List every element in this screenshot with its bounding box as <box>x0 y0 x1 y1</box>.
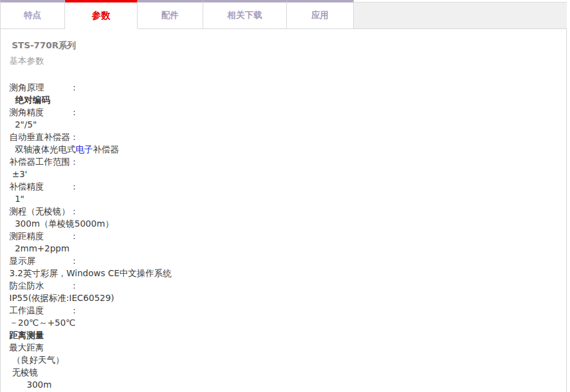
spec-line: 2mm+2ppm <box>9 242 566 255</box>
spec-text: 测角精度 ： <box>9 107 79 117</box>
spec-text: 距离测量 <box>9 330 44 340</box>
spec-text: 2"/5" <box>9 120 37 129</box>
spec-line: 绝对编码 <box>9 94 566 106</box>
spec-line: 自动垂直补偿器： <box>9 131 566 143</box>
spec-text: 测角原理 ： <box>9 82 79 92</box>
spec-line: 最大距离 <box>9 341 566 354</box>
spec-line: 双轴液体光电式电子补偿器 <box>9 143 566 155</box>
spec-line: 测角精度 ： <box>9 106 566 118</box>
spec-text: 补偿器工作范围： <box>9 157 79 167</box>
tab-label: 相关下载 <box>227 10 262 21</box>
tab-label: 应用 <box>312 10 329 21</box>
spec-text: 无棱镜 <box>9 367 38 377</box>
spec-line: 工作温度 ： <box>9 304 566 316</box>
spec-text: 3.2英寸彩屏，Windows CE中文操作系统 <box>9 268 172 278</box>
spec-line: 距离测量 <box>9 329 566 341</box>
spec-line: 无棱镜 <box>9 366 566 378</box>
spec-text: 300m <box>9 380 51 390</box>
section-subtitle: 基本参数 <box>9 54 566 67</box>
spec-line: 补偿器工作范围： <box>9 155 566 168</box>
spec-line: 测距精度 ： <box>9 230 566 242</box>
spec-text: 测距精度 ： <box>9 231 79 241</box>
spec-text: 1" <box>9 194 24 204</box>
tab-applications[interactable]: 应用 <box>287 0 354 29</box>
tab-features[interactable]: 特点 <box>0 0 65 29</box>
spec-text: 最大距离 <box>9 342 44 352</box>
spec-text: 工作温度 ： <box>9 305 79 315</box>
spec-line: 防尘防水 ： <box>9 279 566 292</box>
tab-parameters[interactable]: 参数 <box>65 0 138 29</box>
spec-line: 300m（单棱镜5000m） <box>9 217 566 230</box>
spec-text: 防尘防水 ： <box>9 281 79 290</box>
spec-list: 测角原理 ： 绝对编码测角精度 ： 2"/5"自动垂直补偿器： 双轴液体光电式电… <box>9 81 566 391</box>
spec-line: 测角原理 ： <box>9 81 566 94</box>
spec-text: －20℃～+50℃ <box>9 318 76 328</box>
spec-text: ±3' <box>9 169 27 179</box>
page-title: STS-770R系列 <box>12 39 566 51</box>
tab-label: 配件 <box>162 10 179 21</box>
spec-line: 补偿精度 ： <box>9 180 566 193</box>
content-panel: STS-770R系列 基本参数 测角原理 ： 绝对编码测角精度 ： 2"/5"自… <box>0 29 567 392</box>
spec-line: IP55(依据标准:IEC60529) <box>9 292 566 304</box>
tab-bar: 特点参数配件相关下载应用 <box>0 0 570 29</box>
spec-text: 绝对编码 <box>9 95 50 105</box>
spec-text: 测程（无棱镜）： <box>9 206 79 216</box>
spec-line: 3.2英寸彩屏，Windows CE中文操作系统 <box>9 267 566 279</box>
spec-text: 补偿精度 ： <box>9 181 79 191</box>
spec-line: 显示屏 ： <box>9 255 566 267</box>
spec-line: 测程（无棱镜）： <box>9 205 566 217</box>
spec-text: 显示屏 ： <box>9 256 79 266</box>
tab-filler <box>354 2 567 29</box>
spec-text: 双轴液体光电式 <box>9 144 76 154</box>
tab-label: 参数 <box>92 10 110 22</box>
spec-line: ±3' <box>9 168 566 180</box>
spec-text: 补偿器 <box>93 144 119 154</box>
spec-text: 自动垂直补偿器： <box>9 132 79 142</box>
tab-downloads[interactable]: 相关下载 <box>203 0 287 29</box>
spec-text: 300m（单棱镜5000m） <box>9 219 114 229</box>
spec-text: IP55(依据标准:IEC60529) <box>9 293 114 303</box>
spec-line: （良好天气） <box>9 354 566 366</box>
spec-link[interactable]: 电子 <box>76 144 93 154</box>
spec-line: 300m <box>9 378 566 391</box>
spec-line: －20℃～+50℃ <box>9 316 566 329</box>
tab-accessories[interactable]: 配件 <box>138 0 203 29</box>
spec-line: 1" <box>9 193 566 205</box>
spec-text: 2mm+2ppm <box>9 243 69 253</box>
tab-label: 特点 <box>24 10 42 21</box>
spec-line: 2"/5" <box>9 118 566 131</box>
spec-text: （良好天气） <box>9 355 64 365</box>
